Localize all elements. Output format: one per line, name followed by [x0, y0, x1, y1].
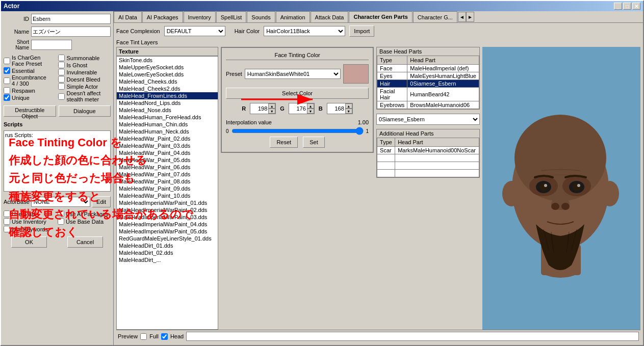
preview-full-label: Full — [149, 333, 159, 339]
table-row[interactable]: FaceMaleHeadImperial (def) — [377, 65, 479, 72]
tab-scroll-right[interactable]: ► — [466, 12, 474, 22]
texture-item[interactable]: MaleHeadHuman_ForeHead.dds — [117, 114, 218, 121]
texture-item[interactable]: MaleLowerEyeSocket.dds — [117, 71, 218, 78]
cb-unique-label: Unique — [12, 95, 30, 101]
interp-header: Interpolation value 1.00 — [226, 119, 369, 125]
texture-item[interactable]: MaleHead_Cheeks2.dds — [117, 85, 218, 92]
cb-respawn-input[interactable] — [4, 87, 10, 94]
tab-character-g[interactable]: Character G... — [413, 11, 457, 22]
actor-base-select[interactable]: NONE — [31, 197, 90, 207]
texture-item[interactable]: MaleHeadWar_Paint_07.dds — [117, 171, 218, 178]
name-input[interactable] — [31, 26, 111, 37]
tab-sounds[interactable]: Sounds — [247, 11, 275, 22]
dialogue-button[interactable]: Dialogue — [59, 105, 111, 117]
texture-item[interactable]: MaleHeadWar_Paint_05.dds — [117, 156, 218, 164]
texture-item[interactable]: RedGuardMaleEyeLinerStyle_01.dds — [117, 235, 218, 242]
tab-inventory[interactable]: Inventory — [184, 11, 216, 22]
texture-item[interactable]: MaleHeadWar_Paint_09.dds — [117, 185, 218, 192]
b-spin-up[interactable]: ▲ — [345, 103, 352, 109]
preview-full-checkbox[interactable] — [140, 333, 147, 340]
texture-item[interactable]: MaleHeadWar_Paint_03.dds — [117, 142, 218, 149]
tab-scroll-left[interactable]: ◄ — [458, 12, 466, 22]
texture-item[interactable]: MaleHeadDirt_... — [117, 256, 218, 263]
table-row[interactable]: Hair0Siamese_Esbern — [377, 80, 479, 88]
preview-head-checkbox[interactable] — [161, 333, 168, 340]
tab-ai-packages[interactable]: AI Packages — [142, 11, 183, 22]
cb-stealth-input[interactable] — [58, 93, 65, 100]
b-spin-down[interactable]: ▼ — [345, 109, 352, 114]
cb-chargen: Is CharGen Face Preset — [4, 55, 50, 67]
texture-item[interactable]: MaleHead_Cheeks.dds — [117, 78, 218, 85]
texture-item[interactable]: MaleUpperEyeSocket.dds — [117, 64, 218, 71]
texture-item[interactable]: MaleHeadWar_Paint_06.dds — [117, 164, 218, 171]
set-button[interactable]: Set — [303, 137, 325, 148]
tab-ai-data[interactable]: AI Data — [114, 11, 142, 22]
texture-item[interactable]: MaleHeadWar_Paint_02.dds — [117, 135, 218, 142]
hair-color-select[interactable]: HairColor11Black — [264, 26, 345, 36]
id-input[interactable] — [31, 14, 111, 24]
cb-invulnerable-input[interactable] — [58, 69, 65, 75]
short-name-input[interactable] — [31, 40, 72, 50]
texture-item[interactable]: SkinTone.dds — [117, 57, 218, 64]
destructible-object-button[interactable]: Destructible Object — [4, 105, 56, 117]
texture-item[interactable]: MaleHead_FrownLines.dds — [117, 92, 218, 99]
add-col-type: Type — [377, 138, 395, 147]
tab-spelllist[interactable]: SpellList — [216, 11, 247, 22]
ok-button[interactable]: OK — [11, 236, 47, 248]
id-label: ID — [4, 16, 29, 22]
actor-base-label: ActorBase — [4, 199, 30, 205]
maximize-button[interactable]: □ — [623, 3, 631, 10]
texture-item[interactable]: MaleHeadDirt_01.dds — [117, 242, 218, 249]
preset-label: Preset — [226, 71, 242, 77]
cb-unique: Unique — [4, 94, 50, 101]
texture-item[interactable]: MaleHeadHuman_Neck.dds — [117, 128, 218, 135]
cb-essential-input[interactable] — [4, 67, 10, 74]
preset-select[interactable]: HumanSkinBaseWhite01 — [245, 69, 341, 79]
cb-doesnt-bleed-input[interactable] — [58, 76, 65, 83]
cb-use-ai-input[interactable] — [58, 210, 64, 217]
texture-item[interactable]: MaleHeadImperialWarPaint_03.dds — [117, 214, 218, 221]
cb-simple-actor-input[interactable] — [58, 83, 65, 90]
texture-item[interactable]: MaleHeadImperialWarPaint_02.dds — [117, 206, 218, 214]
minimize-button[interactable]: _ — [614, 3, 622, 10]
texture-item[interactable]: MaleHeadWar_Paint_08.dds — [117, 178, 218, 185]
cb-summonable-input[interactable] — [58, 55, 65, 61]
tab-animation[interactable]: Animation — [276, 11, 310, 22]
close-button[interactable]: ✕ — [632, 3, 640, 10]
cb-use-inventory-input[interactable] — [4, 218, 10, 225]
head-part-select[interactable]: 0Siamese_Esbern — [376, 114, 480, 125]
cb-ghost-input[interactable] — [58, 62, 65, 68]
import-button[interactable]: Import — [349, 25, 374, 37]
texture-item[interactable]: MaleHeadDirt_02.dds — [117, 249, 218, 256]
texture-item[interactable]: MaleHeadHuman_Chin.dds — [117, 121, 218, 128]
ok-cancel-row: OK Cancel — [4, 236, 111, 248]
svg-point-8 — [502, 181, 521, 206]
texture-list[interactable]: SkinTone.ddsMaleUpperEyeSocket.ddsMaleLo… — [116, 56, 218, 330]
face-tint-layers-label: Face Tint Layers — [116, 39, 640, 45]
texture-item[interactable]: MaleHeadImperialWarPaint_01.dds — [117, 199, 218, 206]
cb-use-keywords-input[interactable] — [4, 226, 10, 232]
face-complexion-select[interactable]: DEFAULT — [164, 26, 225, 36]
texture-item[interactable]: MaleHeadNord_Lips.dds — [117, 99, 218, 107]
table-row[interactable]: Facial HairHumanBeard42 — [377, 88, 479, 101]
texture-item[interactable]: MaleHeadImperialWarPaint_05.dds — [117, 228, 218, 235]
table-row[interactable]: EyebrowsBrowsMaleHumanoid06 — [377, 101, 479, 109]
table-row[interactable]: EyesMaleEyesHumanLightBlue — [377, 72, 479, 80]
cancel-button[interactable]: Cancel — [67, 236, 103, 248]
texture-item[interactable]: MaleHeadWar_Paint_04.dds — [117, 149, 218, 156]
reset-button[interactable]: Reset — [270, 137, 298, 148]
cb-chargen-input[interactable] — [4, 58, 10, 64]
texture-item[interactable]: MaleHeadImperialWarPaint_04.dds — [117, 221, 218, 228]
cb-encumbrance-input[interactable] — [4, 77, 10, 84]
texture-item[interactable]: MaleHead_Nose.dds — [117, 107, 218, 114]
preview-label: Preview — [118, 333, 138, 339]
cb-unique-input[interactable] — [4, 94, 10, 101]
cb-use-base-data-input[interactable] — [58, 218, 64, 225]
table-row[interactable]: ScarMarksMaleHumanoid00NoScar — [377, 147, 479, 154]
texture-item[interactable]: MaleHeadWar_Paint_10.dds — [117, 192, 218, 199]
interpolation-slider[interactable] — [231, 127, 364, 135]
tab-attack-data[interactable]: Attack Data — [311, 11, 349, 22]
tab-character-gen-parts[interactable]: Character Gen Parts — [349, 11, 412, 22]
actor-base-edit-button[interactable]: Edit — [92, 196, 111, 207]
cb-use-stats-input[interactable] — [4, 210, 10, 217]
